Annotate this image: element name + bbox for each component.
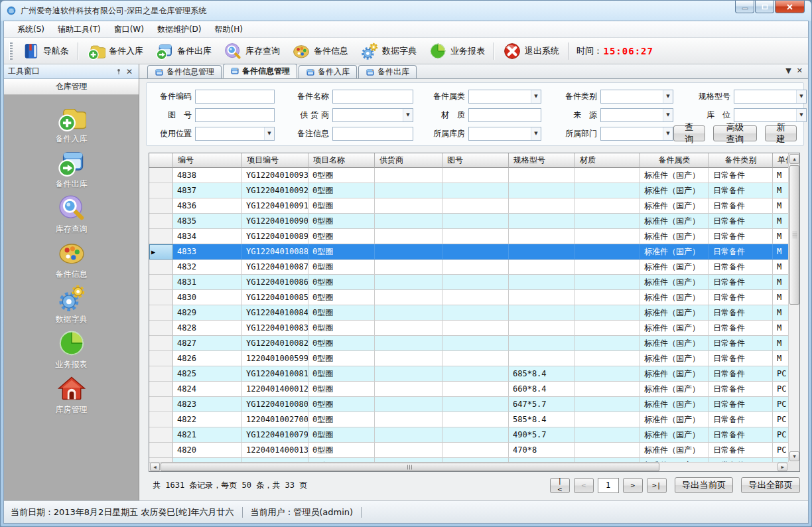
next-page-button[interactable]: > — [623, 478, 643, 493]
row-selector[interactable] — [149, 321, 173, 336]
table-row[interactable]: 482412204014000120型圈660*8.4标准件（国产）日常备件PC — [149, 382, 788, 397]
table-row[interactable]: 4827YG122040100820型圈标准件（国产）日常备件M — [149, 336, 788, 351]
form-input[interactable] — [468, 108, 541, 122]
first-page-button[interactable]: |< — [550, 478, 570, 493]
chevron-down-icon[interactable]: ▼ — [796, 109, 806, 121]
minimize-button[interactable] — [735, 1, 754, 13]
chevron-down-icon[interactable]: ▼ — [531, 90, 541, 103]
table-row-selected[interactable]: ▶4833YG122040100880型圈标准件（国产）日常备件M — [149, 244, 788, 260]
row-selector[interactable] — [149, 260, 173, 275]
chevron-down-icon[interactable]: ▼ — [403, 109, 413, 121]
table-row[interactable]: 4837YG122040100920型圈标准件（国产）日常备件M — [149, 183, 788, 198]
form-input[interactable] — [332, 90, 413, 104]
row-selector[interactable] — [149, 336, 173, 351]
table-row[interactable]: 4834YG122040100890型圈标准件（国产）日常备件M — [149, 229, 788, 244]
table-row[interactable]: 4832YG122040100870型圈标准件（国产）日常备件M — [149, 260, 788, 275]
row-selector[interactable] — [149, 412, 173, 427]
form-input[interactable] — [332, 127, 413, 141]
toolbar-button-data-dict[interactable]: 数据字典 — [354, 39, 423, 63]
toolbar-button-parts-info[interactable]: 备件信息 — [286, 39, 354, 63]
row-selector-arrow-icon[interactable]: ▶ — [149, 244, 173, 260]
page-number-input[interactable] — [598, 478, 619, 493]
row-selector[interactable] — [149, 214, 173, 229]
form-combobox[interactable]: ▼ — [600, 90, 673, 104]
row-selector[interactable] — [149, 351, 173, 366]
scroll-down-icon[interactable]: ▼ — [789, 451, 799, 461]
toolbar-button-stock-query[interactable]: 库存查询 — [218, 39, 286, 63]
menu-item[interactable]: 窗口(W) — [107, 22, 151, 37]
form-combobox[interactable]: ▼ — [468, 90, 541, 104]
table-row[interactable]: 4823YG122040100800型圈647*5.7标准件（国产）日常备件PC — [149, 397, 788, 412]
row-selector[interactable] — [149, 366, 173, 382]
form-combobox[interactable]: ▼ — [195, 127, 275, 141]
form-input[interactable] — [195, 90, 275, 104]
row-selector[interactable] — [149, 229, 173, 244]
horizontal-scrollbar-thumb[interactable] — [161, 463, 659, 471]
column-header[interactable]: 项目编号 — [242, 153, 308, 168]
table-row[interactable]: 4831YG122040100860型圈标准件（国产）日常备件M — [149, 275, 788, 290]
chevron-down-icon[interactable]: ▼ — [531, 127, 541, 140]
table-row[interactable]: 4828YG122040100830型圈标准件（国产）日常备件M — [149, 321, 788, 336]
tab-active[interactable]: 备件信息管理 — [223, 64, 297, 78]
form-combobox[interactable]: ▼ — [734, 108, 807, 122]
close-button[interactable] — [775, 1, 805, 13]
column-header[interactable]: 备件属类 — [640, 153, 709, 168]
toolbar-button-parts-outbound[interactable]: 备件出库 — [149, 39, 218, 63]
table-row[interactable]: 4836YG122040100910型圈标准件（国产）日常备件M — [149, 198, 788, 214]
row-selector[interactable] — [149, 382, 173, 397]
table-row[interactable]: 482012204014000130型圈470*8标准件（国产）日常备件PC — [149, 443, 788, 458]
panel-close-button[interactable]: ✕ — [124, 66, 135, 77]
menu-item[interactable]: 数据维护(D) — [151, 22, 208, 37]
maximize-button[interactable] — [755, 1, 774, 13]
sidebar-item-report[interactable]: 业务报表 — [32, 329, 111, 374]
form-combobox[interactable]: ▼ — [332, 108, 413, 122]
scroll-right-icon[interactable]: ▶ — [778, 463, 787, 471]
export-all-pages-button[interactable]: 导出全部页 — [741, 477, 800, 493]
column-header[interactable]: 项目名称 — [308, 153, 375, 168]
horizontal-scrollbar[interactable]: ◀ ▶ — [149, 462, 788, 471]
tab[interactable]: 备件出库 — [358, 65, 417, 78]
tab[interactable]: 备件入库 — [299, 65, 357, 78]
toolbar-button-parts-inbound[interactable]: 备件入库 — [81, 39, 149, 63]
tab-list-dropdown-icon[interactable]: ▼ — [785, 66, 791, 75]
prev-page-button[interactable]: < — [574, 478, 594, 493]
sidebar-item-parts-inbound[interactable]: 备件入库 — [32, 103, 111, 148]
sidebar-item-parts-outbound[interactable]: 备件出库 — [32, 148, 111, 193]
row-selector[interactable] — [149, 198, 173, 214]
form-input[interactable] — [195, 108, 275, 122]
row-selector[interactable] — [149, 290, 173, 305]
row-selector[interactable] — [149, 168, 173, 183]
menu-item[interactable]: 系统(S) — [11, 22, 51, 37]
row-selector[interactable] — [149, 443, 173, 458]
column-header[interactable]: 供货商 — [375, 153, 442, 168]
form-combobox[interactable]: ▼ — [734, 90, 807, 104]
chevron-down-icon[interactable]: ▼ — [796, 90, 806, 103]
vertical-scrollbar-thumb[interactable] — [789, 165, 799, 305]
table-row[interactable]: 482212204010027000型圈585*8.4标准件（国产）日常备件PC — [149, 412, 788, 427]
last-page-button[interactable]: >| — [647, 478, 667, 493]
chevron-down-icon[interactable]: ▼ — [663, 127, 673, 140]
row-selector[interactable] — [149, 275, 173, 290]
column-header[interactable]: 单位 — [773, 153, 788, 168]
sidebar-item-warehouse-home[interactable]: 库房管理 — [32, 374, 111, 419]
chevron-down-icon[interactable]: ▼ — [663, 90, 673, 103]
table-row[interactable]: 482612204010005990型圈标准件（国产）日常备件M — [149, 351, 788, 366]
row-selector[interactable] — [149, 397, 173, 412]
tab[interactable]: 备件信息管理 — [147, 65, 222, 78]
vertical-scrollbar[interactable]: ▲ ▼ — [788, 153, 799, 462]
row-selector[interactable] — [149, 427, 173, 443]
chevron-down-icon[interactable]: ▼ — [264, 127, 274, 140]
scroll-up-icon[interactable]: ▲ — [789, 154, 799, 164]
toolbar-button-navbar-book[interactable]: 导航条 — [15, 39, 75, 63]
pin-button[interactable] — [113, 66, 124, 77]
column-header[interactable]: 图号 — [442, 153, 509, 168]
table-row[interactable]: 4835YG122040100900型圈标准件（国产）日常备件M — [149, 214, 788, 229]
scroll-left-icon[interactable]: ◀ — [150, 463, 160, 471]
menu-item[interactable]: 辅助工具(T) — [51, 22, 107, 37]
warehouse-group-header[interactable]: 仓库管理 — [4, 79, 139, 95]
export-current-page-button[interactable]: 导出当前页 — [675, 477, 734, 493]
sidebar-item-parts-info[interactable]: 备件信息 — [32, 238, 111, 283]
column-header[interactable]: 材质 — [575, 153, 640, 168]
sidebar-item-stock-query[interactable]: 库存查询 — [32, 193, 111, 238]
table-row[interactable]: 4830YG122040100850型圈标准件（国产）日常备件M — [149, 290, 788, 305]
